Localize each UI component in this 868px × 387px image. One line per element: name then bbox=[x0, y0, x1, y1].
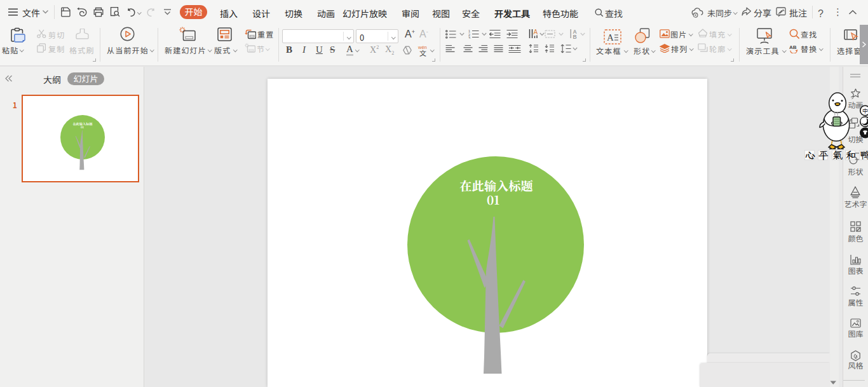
svg-text:01: 01 bbox=[81, 125, 84, 129]
svg-text:B: B bbox=[573, 34, 577, 39]
svg-text:A: A bbox=[534, 29, 538, 36]
svg-text:中: 中 bbox=[862, 106, 868, 114]
svg-text:01: 01 bbox=[487, 191, 499, 208]
svg-text:AB: AB bbox=[789, 44, 797, 50]
svg-text:3: 3 bbox=[468, 36, 470, 39]
svg-text:A: A bbox=[607, 32, 614, 43]
